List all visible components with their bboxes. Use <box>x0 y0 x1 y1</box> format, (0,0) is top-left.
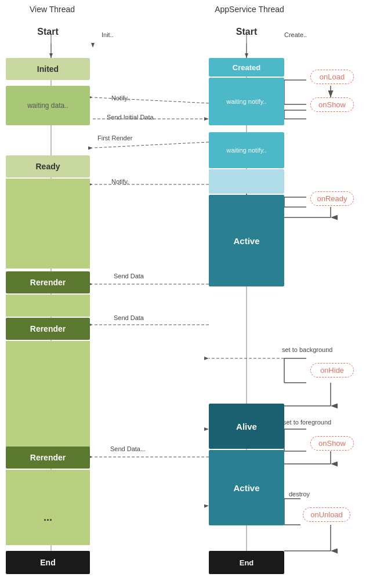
label-send-initial-data: Send Initial Data <box>107 114 154 121</box>
as-end: End <box>209 551 284 574</box>
label-send-data-3: Send Data... <box>110 445 146 452</box>
label-notify-1: Notify.. <box>111 95 131 101</box>
label-set-foreground: set to foreground <box>283 419 331 426</box>
as-start: Start <box>209 23 284 41</box>
svg-line-16 <box>93 142 209 148</box>
as-alive: Alive <box>209 404 284 449</box>
callback-onshow-1: onShow <box>310 97 354 112</box>
appservice-thread-header: AppService Thread <box>197 5 302 14</box>
view-inited: Inited <box>6 58 90 80</box>
as-created: Created <box>209 58 284 77</box>
as-waiting-notify-1: waiting notify.. <box>209 78 284 125</box>
view-waiting-data: waiting data.. <box>6 86 90 125</box>
callback-onshow-2: onShow <box>310 436 354 451</box>
label-send-data-1: Send Data <box>114 273 144 280</box>
view-rerender-2: Rerender <box>6 318 90 340</box>
as-light-blue <box>209 169 284 194</box>
callback-onready: onReady <box>310 191 354 206</box>
view-rerender-3: Rerender <box>6 447 90 469</box>
view-thread-header: View Thread <box>6 5 99 14</box>
as-waiting-notify-2: waiting notify.. <box>209 132 284 168</box>
view-end: End <box>6 551 90 574</box>
view-start: Start <box>6 23 90 41</box>
label-set-background: set to background <box>282 346 332 353</box>
callback-onload: onLoad <box>310 70 354 84</box>
view-ready: Ready <box>6 155 90 177</box>
view-between-rerenders <box>6 295 90 317</box>
label-send-data-2: Send Data <box>114 314 144 321</box>
svg-line-14 <box>93 97 209 103</box>
callback-onunload: onUnload <box>303 507 350 522</box>
view-rerender-1: Rerender <box>6 271 90 293</box>
label-first-render: First Render <box>97 135 133 141</box>
callback-onhide: onHide <box>310 363 354 378</box>
view-large-green <box>6 341 90 454</box>
as-active-1: Active <box>209 195 284 286</box>
label-init: Init.. <box>102 31 114 38</box>
view-active-area <box>6 179 90 268</box>
label-create: Create.. <box>284 31 307 38</box>
label-destroy: destroy <box>289 491 310 498</box>
diagram-container: View Thread AppService Thread Start Init… <box>0 0 384 588</box>
label-notify-2: Notify. <box>111 178 129 185</box>
view-dots: ... <box>6 507 90 528</box>
as-active-2: Active <box>209 450 284 525</box>
